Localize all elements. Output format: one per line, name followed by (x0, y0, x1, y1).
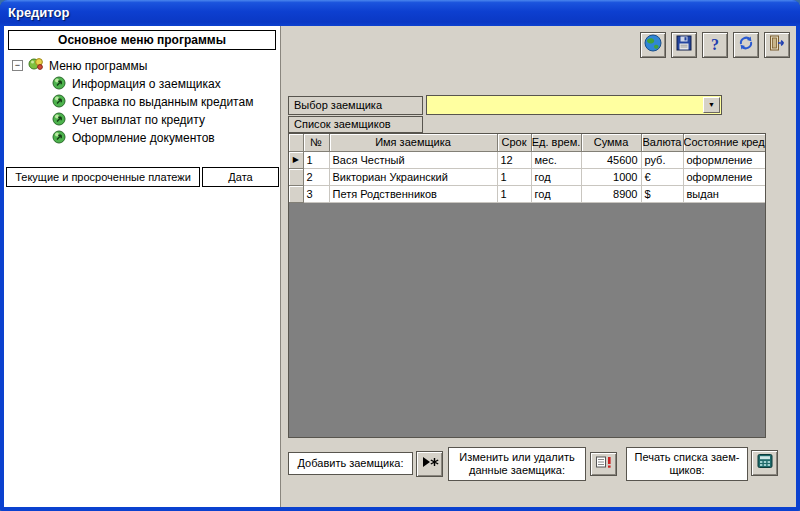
cell-num[interactable]: 1 (303, 151, 329, 168)
column-header-currency[interactable]: Валюта (641, 134, 683, 151)
exit-door-icon (768, 34, 786, 56)
tree-item-label: Справка по выданным кредитам (72, 95, 253, 109)
current-overdue-payments-button[interactable]: Текущие и просроченные платежи (6, 167, 200, 187)
borrowers-grid[interactable]: №Имя заемщикаСрокЕд. врем.СуммаВалютаСос… (288, 133, 766, 438)
cell-sum[interactable]: 45600 (581, 151, 641, 168)
cell-term[interactable]: 12 (497, 151, 531, 168)
print-list-icon (756, 453, 774, 473)
borrower-list-label: Список заемщиков (288, 116, 423, 133)
cell-sum[interactable]: 8900 (581, 185, 641, 202)
row-selector[interactable] (289, 185, 303, 202)
table-row[interactable]: 3Петя Родственников1год8900$выдан (289, 185, 766, 202)
program-menu-tree: − Меню программы (12, 56, 253, 147)
refresh-icon (737, 34, 755, 56)
borrowers-table: №Имя заемщикаСрокЕд. врем.СуммаВалютаСос… (289, 134, 766, 203)
sidebar-item-credit-reference[interactable]: Справка по выданным кредитам (52, 93, 253, 111)
cell-term[interactable]: 1 (497, 185, 531, 202)
help-icon: ? (711, 37, 719, 53)
add-record-icon (421, 455, 439, 473)
cell-name[interactable]: Петя Родственников (329, 185, 497, 202)
green-ball-arrow-icon (52, 130, 66, 147)
sidebar-item-borrowers-info[interactable]: Информация о заемщиках (52, 75, 253, 93)
sidebar: Основное меню программы − Меню программы (4, 26, 281, 507)
add-borrower-button[interactable] (416, 451, 443, 477)
save-icon (675, 34, 693, 56)
refresh-button[interactable] (733, 32, 759, 58)
cell-currency[interactable]: руб. (641, 151, 683, 168)
chevron-down-icon[interactable]: ▼ (703, 97, 720, 113)
cell-term[interactable]: 1 (497, 168, 531, 185)
titlebar[interactable]: Кредитор (0, 0, 800, 26)
borrower-selector-label: Выбор заемщика (288, 96, 423, 115)
cell-status[interactable]: оформление (683, 168, 766, 185)
cell-status[interactable]: оформление (683, 151, 766, 168)
column-header-status[interactable]: Состояние кредита (683, 134, 766, 151)
column-header-unit[interactable]: Ед. врем. (531, 134, 581, 151)
green-ball-arrow-icon (52, 76, 66, 93)
table-header-row: №Имя заемщикаСрокЕд. врем.СуммаВалютаСос… (289, 134, 766, 151)
table-row[interactable]: ▶1Вася Честный12мес.45600руб.оформление (289, 151, 766, 168)
print-borrower-list-button[interactable] (751, 450, 778, 476)
column-header-name[interactable]: Имя заемщика (329, 134, 497, 151)
cell-num[interactable]: 3 (303, 185, 329, 202)
sidebar-header: Основное меню программы (8, 30, 276, 50)
cell-unit[interactable]: год (531, 168, 581, 185)
cell-sum[interactable]: 1000 (581, 168, 641, 185)
cell-status[interactable]: выдан (683, 185, 766, 202)
edit-borrower-label: Изменить или удалить данные заемщика: (448, 447, 586, 481)
cell-unit[interactable]: год (531, 185, 581, 202)
edit-borrower-button[interactable] (590, 452, 617, 476)
row-selector[interactable]: ▶ (289, 151, 303, 168)
sidebar-item-document-processing[interactable]: Оформление документов (52, 129, 253, 147)
cell-name[interactable]: Вася Честный (329, 151, 497, 168)
add-borrower-label: Добавить заемщика: (288, 452, 413, 475)
toolbar: ? (640, 32, 790, 58)
column-header-term[interactable]: Срок (497, 134, 531, 151)
print-borrower-list-label: Печать списка заем­щиков: (626, 447, 748, 481)
edit-record-icon (595, 455, 613, 473)
tree-item-label: Оформление документов (72, 131, 215, 145)
tree-item-label: Информация о заемщиках (72, 77, 221, 91)
green-ball-arrow-icon (52, 112, 66, 129)
green-ball-arrow-icon (52, 94, 66, 111)
date-button[interactable]: Дата (202, 167, 279, 187)
cell-unit[interactable]: мес. (531, 151, 581, 168)
save-button[interactable] (671, 32, 697, 58)
selector-column-header (289, 134, 303, 151)
globe-button[interactable] (640, 32, 666, 58)
cell-name[interactable]: Викториан Украинский (329, 168, 497, 185)
column-header-sum[interactable]: Сумма (581, 134, 641, 151)
window-title: Кредитор (8, 5, 69, 20)
borrower-combobox[interactable]: ▼ (426, 95, 722, 115)
table-row[interactable]: 2Викториан Украинский1год1000€оформление (289, 168, 766, 185)
menu-cluster-icon (28, 57, 44, 74)
table-body: ▶1Вася Честный12мес.45600руб.оформление2… (289, 151, 766, 202)
help-button[interactable]: ? (702, 32, 728, 58)
sidebar-item-payment-accounting[interactable]: Учет выплат по кредиту (52, 111, 253, 129)
tree-root-label: Меню программы (49, 59, 147, 73)
globe-icon (644, 34, 662, 56)
row-selector[interactable] (289, 168, 303, 185)
column-header-num[interactable]: № (303, 134, 329, 151)
cell-num[interactable]: 2 (303, 168, 329, 185)
collapse-icon[interactable]: − (12, 60, 23, 71)
tree-item-label: Учет выплат по кредиту (72, 113, 205, 127)
window-body: Основное меню программы − Меню программы (4, 26, 796, 507)
cell-currency[interactable]: $ (641, 185, 683, 202)
app-window: Кредитор Основное меню программы − (0, 0, 800, 511)
tree-root-menu[interactable]: − Меню программы (12, 56, 253, 75)
exit-button[interactable] (764, 32, 790, 58)
cell-currency[interactable]: € (641, 168, 683, 185)
